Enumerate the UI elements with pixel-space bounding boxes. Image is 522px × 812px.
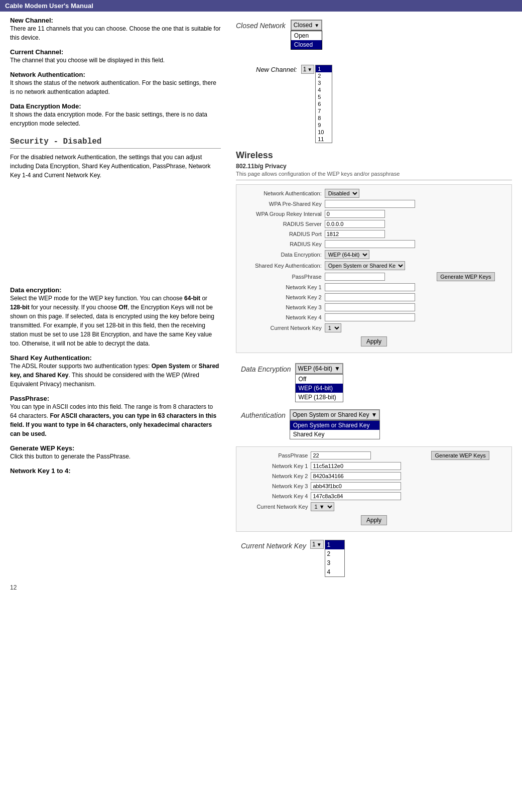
cnk-item-1[interactable]: 1 xyxy=(325,540,344,549)
passphrase-block: PassPhrase: You can type in ASCII codes … xyxy=(10,395,221,438)
network-auth-text: It shows the status of the network authe… xyxy=(10,78,221,96)
apply-button-bottom[interactable]: Apply xyxy=(361,515,387,525)
channel-item-9[interactable]: 9 xyxy=(316,122,332,129)
wpa-group-input[interactable] xyxy=(325,210,385,218)
nk2b-cell xyxy=(309,471,430,481)
nk3-row: Network Key 3 xyxy=(239,302,508,312)
nk1b-input[interactable] xyxy=(311,462,401,470)
cnk-item-2[interactable]: 2 xyxy=(325,549,344,558)
nk4b-input[interactable] xyxy=(311,492,401,500)
radius-port-input[interactable] xyxy=(325,230,385,238)
nk1-input[interactable] xyxy=(325,283,415,291)
passphrase-row-label: PassPhrase xyxy=(239,271,323,282)
radius-server-input[interactable] xyxy=(325,220,385,228)
channel-item-3[interactable]: 3 xyxy=(316,79,332,86)
radius-port-cell xyxy=(323,229,436,239)
auth-current-value: Open System or Shared Key xyxy=(293,411,369,418)
data-enc-arrow: ▼ xyxy=(334,365,340,372)
channel-selector[interactable]: 1 ▼ 1 2 3 4 5 6 7 8 9 xyxy=(301,65,333,143)
nk1-cell xyxy=(323,282,436,292)
channel-label: New Channel: xyxy=(256,65,297,73)
data-enc-expanded: Data Encryption WEP (64-bit) ▼ Off WEP (… xyxy=(241,363,512,402)
channel-item-4[interactable]: 4 xyxy=(316,86,332,93)
data-enc-list: Off WEP (64-bit) WEP (128-bit) xyxy=(295,374,343,402)
data-enc-row: Data Encryption: WEP (64-bit) xyxy=(239,249,508,260)
data-enc-mode-label: Data Encryption Mode: xyxy=(10,102,81,110)
channel-item-2[interactable]: 2 xyxy=(316,72,332,79)
cnk-item-3[interactable]: 3 xyxy=(325,558,344,567)
network-auth-select[interactable]: Disabled xyxy=(325,189,359,198)
auth-shared-key[interactable]: Shared Key xyxy=(290,430,380,439)
shared-key-select[interactable]: Open System or Shared Key xyxy=(325,261,405,270)
channel-item-7[interactable]: 7 xyxy=(316,107,332,114)
generate-wep2-button[interactable]: Generate WEP Keys xyxy=(431,451,489,460)
na-field-label: Network Authentication: xyxy=(239,188,323,199)
wireless-desc: This page allows configuration of the WE… xyxy=(236,171,512,180)
channel-item-6[interactable]: 6 xyxy=(316,100,332,107)
apply-button-top[interactable]: Apply xyxy=(361,336,387,346)
wireless-panel: Wireless 802.11b/g Privacy This page all… xyxy=(236,150,512,353)
generate-wep-text: Click this button to generate the PassPh… xyxy=(10,452,221,461)
channel-input-header[interactable]: 1 ▼ xyxy=(301,65,315,74)
nk2b-input[interactable] xyxy=(311,472,401,480)
auth-dropdown-header[interactable]: Open System or Shared Key ▼ xyxy=(290,409,380,420)
wpa-group-row: WPA Group Rekey Interval xyxy=(239,209,508,219)
channel-row: New Channel: 1 ▼ 1 2 3 4 5 6 xyxy=(256,65,512,143)
closed-network-section: Closed Network Closed ▼ Open Closed xyxy=(236,20,512,50)
wpa-psk-input[interactable] xyxy=(325,200,415,208)
form-table: Network Authentication: Disabled WPA Pre… xyxy=(239,188,508,333)
network-auth-row: Network Authentication: Disabled xyxy=(239,188,508,199)
nk3b-row: Network Key 3 xyxy=(239,481,508,491)
nk2-input[interactable] xyxy=(325,293,415,301)
radius-server-cell xyxy=(323,219,436,229)
channel-item-5[interactable]: 5 xyxy=(316,93,332,100)
enc-off[interactable]: Off xyxy=(296,375,343,384)
data-enc-select[interactable]: WEP (64-bit) xyxy=(325,250,369,259)
cnk-select[interactable]: 1 xyxy=(325,323,341,332)
data-enc-dropdown-group[interactable]: WEP (64-bit) ▼ Off WEP (64-bit) WEP (128… xyxy=(295,363,343,402)
security-heading: Security - Disabled xyxy=(10,137,221,149)
shard-key-label: Shard Key Authentication: xyxy=(10,354,92,362)
closed-network-header[interactable]: Closed ▼ xyxy=(291,20,322,31)
enc-wep128[interactable]: WEP (128-bit) xyxy=(296,393,343,402)
generate-wep-button[interactable]: Generate WEP Keys xyxy=(437,272,494,281)
shared-key-row-label: Shared Key Authentication: xyxy=(239,260,323,271)
current-channel-text: The channel that you choose will be disp… xyxy=(10,56,221,65)
page-container: Cable Modem User's Manual New Channel: T… xyxy=(0,0,522,593)
radius-key-row: RADIUS Key xyxy=(239,239,508,249)
closed-network-dropdown[interactable]: Closed ▼ Open Closed xyxy=(291,20,322,50)
nk3b-input[interactable] xyxy=(311,482,401,490)
option-closed[interactable]: Closed xyxy=(291,40,322,49)
nk2b-label: Network Key 2 xyxy=(239,471,309,481)
channel-item-8[interactable]: 8 xyxy=(316,114,332,122)
spacer xyxy=(10,186,221,286)
nk2-label: Network Key 2 xyxy=(239,292,323,302)
channel-item-1[interactable]: 1 xyxy=(316,65,332,72)
cnk-selector-group[interactable]: 1 ▼ 1 2 3 4 xyxy=(310,540,345,577)
option-open[interactable]: Open xyxy=(291,31,322,40)
current-channel-label: Current Channel: xyxy=(10,48,63,56)
cnk-item-4[interactable]: 4 xyxy=(325,567,344,576)
passphrase2-input[interactable] xyxy=(311,451,371,459)
channel-item-11[interactable]: 11 xyxy=(316,136,332,143)
data-enc-dropdown-header[interactable]: WEP (64-bit) ▼ xyxy=(295,363,343,374)
security-text: For the disabled network Authentication,… xyxy=(10,153,221,180)
channel-item-10[interactable]: 10 xyxy=(316,129,332,136)
radius-key-input[interactable] xyxy=(325,240,415,248)
cnk2-select[interactable]: 1 ▼ xyxy=(311,502,334,511)
cnk-header[interactable]: 1 ▼ xyxy=(310,540,324,549)
enc-wep64[interactable]: WEP (64-bit) xyxy=(296,384,343,393)
auth-open-system[interactable]: Open System or Shared Key xyxy=(290,421,380,430)
nk3-input[interactable] xyxy=(325,303,415,311)
closed-network-value: Closed xyxy=(294,22,312,29)
channel-value: 1 xyxy=(303,66,307,73)
nk4-input[interactable] xyxy=(325,313,415,321)
wpa-psk-label: WPA Pre-Shared Key xyxy=(239,199,323,209)
nk3-label: Network Key 3 xyxy=(239,302,323,312)
network-key-block: Network Key 1 to 4: xyxy=(10,467,221,475)
auth-dropdown-group[interactable]: Open System or Shared Key ▼ Open System … xyxy=(290,409,380,439)
nk4-row: Network Key 4 xyxy=(239,312,508,322)
nk1b-cell xyxy=(309,461,430,471)
data-enc-mode-text: It shows the data encryption mode. For t… xyxy=(10,110,221,128)
passphrase-input[interactable] xyxy=(325,273,385,281)
